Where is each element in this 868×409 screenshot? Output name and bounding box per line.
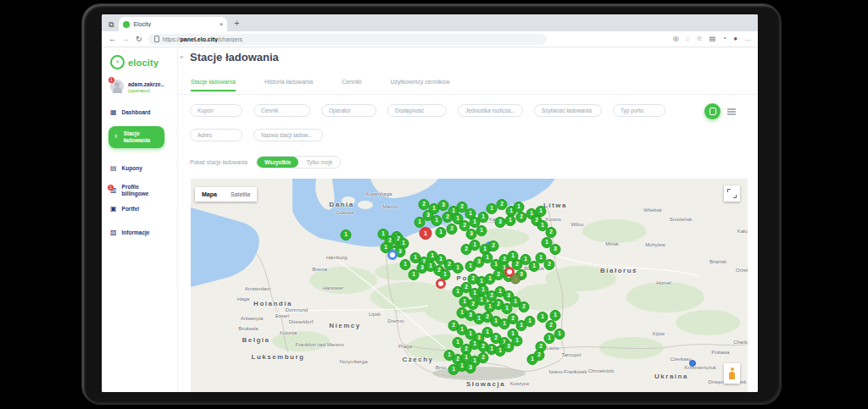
station-cluster-marker[interactable]: 1 [415, 217, 426, 228]
browser-essentials-icon[interactable]: ◔ [722, 36, 726, 42]
elocity-logo-icon: ⚡ [110, 55, 125, 69]
station-cluster-marker[interactable]: 1 [448, 364, 459, 375]
station-cluster-marker[interactable]: 1 [465, 261, 476, 272]
station-cluster-marker[interactable]: 1 [550, 310, 561, 321]
more-menu-icon[interactable]: … [744, 36, 751, 42]
profile-avatar-icon[interactable]: ● [733, 36, 737, 42]
station-cluster-marker[interactable]: 1 [436, 227, 447, 238]
station-cluster-marker[interactable]: 1 [554, 329, 565, 340]
sidebar-item-informacje[interactable]: ▨Informacje [110, 229, 149, 236]
toggle-option-tylko-moje[interactable]: Tylko moje [298, 157, 340, 168]
station-cluster-marker[interactable]: 1 [514, 202, 525, 213]
forward-icon[interactable]: → [122, 36, 130, 43]
station-cluster-marker[interactable]: 1 [529, 261, 540, 272]
station-blue-marker[interactable] [387, 250, 398, 260]
filter-operator[interactable]: Operator [321, 104, 376, 117]
map-type-satellite[interactable]: Satelita [224, 191, 257, 197]
user-role: (operator) [128, 88, 164, 93]
filter-jednostka-rozlicza-[interactable]: Jednostka rozlicza... [458, 104, 523, 117]
pegman-icon [729, 368, 735, 379]
station-cluster-marker[interactable]: 1 [512, 335, 523, 346]
user-name: adam.zakrze.. [128, 81, 164, 87]
browser-window: ⧉ Elocity × + ← → ↻ https://panel.elo.ci… [102, 14, 758, 392]
filter-typ-portu[interactable]: Typ portu [613, 104, 665, 117]
station-cluster-marker[interactable]: 2 [544, 259, 555, 270]
filter-kupon[interactable]: Kupon [190, 104, 242, 117]
filter-szybko-adowania[interactable]: Szybkość ładowania [534, 104, 602, 117]
station-cluster-marker[interactable]: 1 [505, 215, 516, 226]
station-cluster-marker[interactable]: 2 [488, 240, 499, 251]
user-profile[interactable]: 1 adam.zakrze.. (operator) [110, 80, 164, 93]
favorites-icon[interactable]: ☆ [697, 36, 703, 42]
toggle-option-wszystkie[interactable]: Wszystkie [257, 157, 298, 168]
tab-actions-icon[interactable]: ⧉ [108, 21, 114, 29]
sidebar-item-label: Kupony [122, 165, 142, 172]
charging-station-icon: ⚡ [114, 134, 119, 141]
wallet-icon: ▣ [110, 206, 117, 213]
tab-cenniki[interactable]: Cenniki [342, 79, 361, 91]
sidebar-collapse-icon[interactable]: « [180, 53, 183, 61]
station-cluster-marker[interactable]: 3 [465, 362, 476, 373]
back-icon[interactable]: ← [108, 36, 116, 43]
station-dot-marker[interactable] [689, 360, 696, 367]
station-cluster-marker[interactable]: 1 [478, 212, 489, 223]
map-type-map[interactable]: Mapa [195, 191, 224, 197]
elocity-logo[interactable]: ⚡ elocity [110, 55, 159, 69]
station-cluster-marker[interactable]: 3 [550, 244, 561, 255]
tab-close-icon[interactable]: × [220, 21, 224, 28]
google-map[interactable]: DaniaLitwaBiałoruśPolskaHolandiaNiemcyBe… [191, 179, 748, 392]
view-controls [704, 103, 736, 119]
notification-badge: 1 [108, 77, 114, 83]
pegman-button[interactable] [724, 363, 740, 384]
address-bar[interactable]: https://panel.elo.city/chargers [148, 34, 547, 45]
station-cluster-marker[interactable]: 1 [525, 316, 536, 327]
station-cluster-marker[interactable]: 1 [476, 225, 487, 236]
filter-adres[interactable]: Adres [190, 129, 242, 141]
fullscreen-icon [728, 190, 736, 197]
sidebar-item-label: Portfel [122, 206, 140, 213]
station-cluster-marker[interactable]: 2 [478, 352, 489, 363]
new-tab-button[interactable]: + [234, 19, 239, 28]
tab-u-ytkownicy-cennik-w[interactable]: Użytkownicy cenników [391, 79, 450, 91]
station-red-ring-marker[interactable] [504, 267, 515, 277]
filter-cennik[interactable]: Cennik [253, 104, 310, 117]
page-tabs: Stacje ładowaniaHistoria ładowaniaCennik… [191, 79, 450, 91]
sync-icon[interactable]: ◌ [686, 36, 690, 42]
map-view-button[interactable] [704, 103, 721, 119]
station-cluster-marker[interactable]: 1 [453, 337, 464, 348]
sidebar-item-kupony[interactable]: ▤Kupony [110, 165, 142, 172]
station-cluster-marker[interactable]: 1 [453, 263, 464, 274]
filter-nazwa-stacji-adow-[interactable]: Nazwa stacji ładow... [253, 129, 323, 141]
station-cluster-marker[interactable]: 2 [534, 350, 545, 361]
tracking-prevention-icon[interactable]: ◎ [673, 36, 679, 42]
sidebar-item-dashboard[interactable]: ▦Dashboard [110, 109, 151, 116]
station-cluster-marker[interactable]: 1 [409, 269, 420, 280]
station-cluster-marker[interactable]: 2 [447, 224, 458, 235]
station-cluster-marker[interactable]: 2 [519, 301, 530, 312]
sidebar-item-profile-billingowe[interactable]: ▥1Profile billingowe [110, 184, 161, 197]
sidebar-item-stacje-adowania[interactable]: ⚡Stacje ładowania [108, 126, 164, 148]
page-title: Stacje ładowania [190, 51, 279, 64]
filter-dost-pno-[interactable]: Dostępność [387, 104, 447, 117]
station-cluster-marker[interactable]: 3 [438, 200, 449, 211]
toolbar-icons: ◎◌☆▤◔●… [673, 36, 751, 42]
station-cluster-marker[interactable]: 3 [495, 217, 506, 228]
billing-profiles-icon: ▥1 [110, 187, 117, 194]
station-alert-marker[interactable]: 1 [420, 227, 432, 240]
station-red-ring-marker[interactable] [436, 279, 446, 289]
tab-historia-adowania[interactable]: Historia ładowania [264, 79, 313, 91]
show-stations-label: Pokaż stacje ładowania [190, 159, 248, 165]
station-cluster-marker[interactable]: 1 [400, 259, 411, 270]
station-cluster-marker[interactable]: 2 [442, 212, 453, 223]
show-stations-row: Pokaż stacje ładowania WszystkieTylko mo… [190, 156, 341, 169]
browser-tab[interactable]: Elocity × [119, 17, 227, 31]
refresh-icon[interactable]: ↻ [136, 36, 142, 43]
fullscreen-button[interactable] [724, 185, 740, 202]
list-view-icon[interactable] [727, 108, 736, 115]
collections-icon[interactable]: ▤ [709, 36, 716, 42]
sidebar-item-portfel[interactable]: ▣Portfel [110, 206, 139, 213]
station-cluster-marker[interactable]: 1 [544, 333, 555, 344]
tab-stacje-adowania[interactable]: Stacje ładowania [191, 79, 236, 91]
sidebar-item-label: Dashboard [122, 109, 151, 116]
station-cluster-marker[interactable]: 1 [341, 229, 352, 240]
